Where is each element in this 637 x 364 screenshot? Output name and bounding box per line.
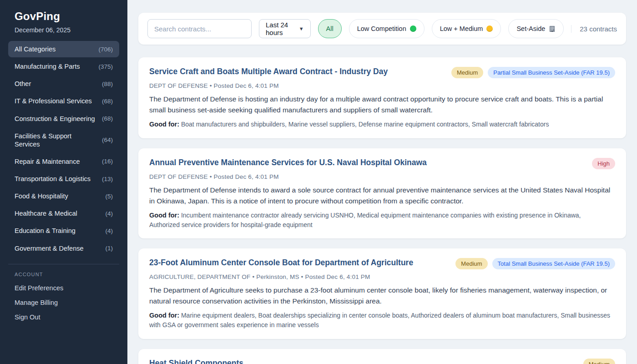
contract-meta: AGRICULTURE, DEPARTMENT OF • Perkinston,… [149,273,615,280]
badge-group: High [592,157,615,169]
contract-card: Heat Shield Components Medium DEPT OF DE… [138,349,626,364]
good-for-line: Good for: Marine equipment dealers, Boat… [149,311,611,329]
contract-card: 23-Foot Aluminum Center Console Boat for… [138,248,626,339]
good-for-label: Good for: [149,121,179,128]
category-list: All Categories (706) Manufacturing & Par… [0,40,127,258]
sidebar-item-education-training[interactable]: Education & Training (4) [8,222,119,239]
current-date: December 06, 2025 [0,23,127,40]
green-circle-icon [410,25,416,32]
contract-meta: DEPT OF DEFENSE • Posted Dec 6, 4:01 PM [149,82,615,89]
contract-description: The Department of Agriculture seeks to p… [149,285,611,307]
badge-group: Medium [583,358,615,364]
sidebar-item-repair-maintenance[interactable]: Repair & Maintenance (16) [8,153,119,170]
contract-description: The Department of Defense intends to awa… [149,185,611,207]
sidebar-item-facilities-support-services[interactable]: Facilities & Support Services (64) [8,128,119,152]
competition-badge: Medium [455,258,487,269]
good-for-text: Boat manufacturers and shipbuilders, Mar… [181,121,549,128]
contract-card: Service Craft and Boats Multiple Award C… [138,57,626,138]
manage-billing-link[interactable]: Manage Billing [0,295,127,310]
contract-title[interactable]: Heat Shield Components [149,358,576,364]
good-for-text: Marine equipment dealers, Boat dealershi… [149,312,610,329]
sidebar-item-food-hospitality[interactable]: Food & Hospitality (5) [8,188,119,204]
chevron-down-icon: ▼ [299,26,304,31]
account-section-label: ACCOUNT [0,270,127,281]
contract-meta: DEPT OF DEFENSE • Posted Dec 6, 4:01 PM [149,173,615,180]
good-for-text: Incumbent maintenance contractor already… [149,212,581,228]
filter-pill-set-aside[interactable]: Set-Aside [508,19,564,38]
sidebar-item-transportation-logistics[interactable]: Transportation & Logistics (13) [8,171,119,187]
edit-preferences-link[interactable]: Edit Preferences [0,281,127,295]
contract-title[interactable]: Annual Preventive Maintenance Services f… [149,157,585,168]
competition-badge: Medium [451,67,483,78]
badge-group: Medium Total Small Business Set-Aside (F… [455,258,615,269]
search-input[interactable] [147,19,252,38]
time-filter-select[interactable]: Last 24 hours ▼ [259,19,311,38]
main-content: Last 24 hours ▼ All Low Competition Low … [127,0,637,364]
filter-pill-low-competition[interactable]: Low Competition [349,19,425,38]
sidebar: GovPing December 06, 2025 All Categories… [0,0,127,364]
filter-pill-low-medium[interactable]: Low + Medium [432,19,501,38]
app-title: GovPing [0,10,127,23]
contract-title[interactable]: 23-Foot Aluminum Center Console Boat for… [149,258,448,268]
sidebar-item-all-categories[interactable]: All Categories (706) [8,41,119,57]
setaside-badge: Partial Small Business Set-Aside (FAR 19… [488,67,615,78]
filter-toolbar: Last 24 hours ▼ All Low Competition Low … [138,13,626,45]
filter-pill-all[interactable]: All [318,19,342,38]
sidebar-item-healthcare-medical[interactable]: Healthcare & Medical (4) [8,205,119,222]
good-for-label: Good for: [149,212,179,219]
badge-group: Medium Partial Small Business Set-Aside … [451,66,615,78]
setaside-badge: Total Small Business Set-Aside (FAR 19.5… [492,258,615,269]
contract-count: 23 contracts [571,25,617,33]
good-for-line: Good for: Boat manufacturers and shipbui… [149,120,611,129]
app-root: GovPing December 06, 2025 All Categories… [0,0,637,364]
yellow-circle-icon [486,25,493,32]
good-for-line: Good for: Incumbent maintenance contract… [149,211,611,229]
good-for-label: Good for: [149,312,179,319]
sidebar-item-it-professional-services[interactable]: IT & Professional Services (68) [8,93,119,109]
contract-title[interactable]: Service Craft and Boats Multiple Award C… [149,66,444,77]
sidebar-item-manufacturing-parts[interactable]: Manufacturing & Parts (375) [8,58,119,75]
sidebar-item-construction-engineering[interactable]: Construction & Engineering (68) [8,111,119,127]
contract-description: The Department of Defense is hosting an … [149,94,611,116]
sidebar-item-government-defense[interactable]: Government & Defense (1) [8,240,119,257]
building-icon [549,25,556,32]
sign-out-link[interactable]: Sign Out [0,310,127,324]
sidebar-item-other[interactable]: Other (88) [8,76,119,92]
sidebar-divider [8,264,119,264]
competition-badge: High [592,158,615,169]
contract-card: Annual Preventive Maintenance Services f… [138,148,626,238]
competition-badge: Medium [583,359,615,364]
